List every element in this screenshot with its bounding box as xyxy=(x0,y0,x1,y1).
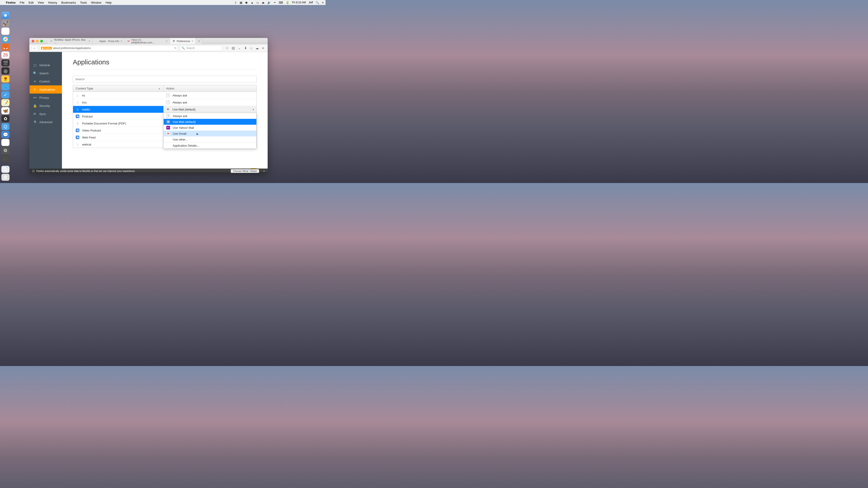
dropdown-option-mail[interactable]: ✉Use Mail (default) xyxy=(164,119,256,125)
column-action[interactable]: Action xyxy=(163,85,256,92)
close-tab-icon[interactable]: × xyxy=(166,39,167,43)
table-row[interactable]: ▯irc ?Always ask xyxy=(73,92,256,99)
dock-things[interactable]: ✓ xyxy=(1,91,9,98)
wifi-icon[interactable]: ⚭ xyxy=(274,1,276,4)
menu-tools[interactable]: Tools xyxy=(80,1,87,4)
sidebar-item-applications[interactable]: ⇪Applications xyxy=(29,86,62,94)
battery-icon[interactable]: 🔋 xyxy=(286,1,289,4)
display-icon[interactable]: ▭ xyxy=(256,1,259,4)
tab-inbox[interactable]: MInbox (1) - jeff@9to5mac.com...× xyxy=(125,38,170,44)
back-button[interactable]: ← xyxy=(31,45,38,51)
dropdown-option-always-ask[interactable]: ?Always ask xyxy=(164,113,256,119)
dock-trash[interactable]: 🗑 xyxy=(1,174,9,181)
app-name[interactable]: Firefox xyxy=(6,1,16,4)
sidebar-item-security[interactable]: 🔒Security xyxy=(29,102,62,110)
window-close-button[interactable] xyxy=(32,40,34,42)
menu-view[interactable]: View xyxy=(38,1,44,4)
tab-9to5mac[interactable]: ⊙9to5Mac: Apple iPhone, Mac ...× xyxy=(48,38,93,44)
dock-tweetbot[interactable]: 🐦 xyxy=(1,84,9,90)
window-maximize-button[interactable] xyxy=(40,40,43,42)
dropdown-option-details[interactable]: Application Details... xyxy=(164,142,256,149)
user-name[interactable]: Jeff xyxy=(309,1,313,4)
dropbox-icon[interactable]: ⇪ xyxy=(235,1,237,4)
dock-iphoto[interactable]: 🌻 xyxy=(1,75,9,83)
clock[interactable]: Fri 9:10 AM xyxy=(292,1,306,4)
general-icon: ▢ xyxy=(33,63,37,67)
dock-settings[interactable]: ⚙ xyxy=(1,147,9,154)
close-infobar-icon[interactable]: × xyxy=(263,169,265,173)
dropdown-option-other[interactable]: Use other... xyxy=(164,136,256,142)
close-tab-icon[interactable]: × xyxy=(121,39,122,43)
airplay-icon[interactable]: ▲ xyxy=(251,1,254,4)
dock-firefox[interactable]: 🦊 xyxy=(1,43,9,51)
choose-share-button[interactable]: Choose What I Share xyxy=(231,169,259,173)
action-label: Always ask xyxy=(173,94,187,97)
dock-itunes[interactable]: ♫ xyxy=(1,139,9,146)
dock-butterfly[interactable]: 🦋 xyxy=(1,107,9,114)
dock-quicktime[interactable]: 🎥 xyxy=(1,155,9,162)
window-minimize-button[interactable] xyxy=(36,40,39,42)
dock-messages[interactable]: 💬 xyxy=(1,131,9,138)
content-type-label: ircs xyxy=(82,101,87,104)
menu-edit[interactable]: Edit xyxy=(29,1,33,4)
volume-icon[interactable]: 🔊 xyxy=(267,1,271,4)
reload-icon[interactable]: ↻ xyxy=(174,46,177,50)
menu-icon[interactable]: ≡ xyxy=(262,46,264,50)
eject-icon[interactable]: ⏏ xyxy=(262,1,265,4)
dock-notes[interactable]: 📝 xyxy=(1,99,9,106)
dock-safari[interactable]: 🧭 xyxy=(1,36,9,43)
tab-apple[interactable]: Apple - Press Info× xyxy=(93,38,125,44)
new-tab-button[interactable]: + xyxy=(196,38,203,44)
chat-icon[interactable]: ☁ xyxy=(255,46,259,50)
spotlight-icon[interactable]: 🔍 xyxy=(315,1,319,4)
table-row-selected[interactable]: ▯mailto ✉ Use Mail (default) ▾ ?Always a… xyxy=(73,106,256,113)
dock-photos[interactable]: ✿ xyxy=(1,115,9,122)
menu-help[interactable]: Help xyxy=(105,1,112,4)
menubar-icon[interactable]: ▦ xyxy=(240,1,242,4)
option-label: Always ask xyxy=(173,114,187,118)
dock-launchpad[interactable]: 🚀 xyxy=(1,20,9,27)
tab-preferences[interactable]: ⚙Preferences× xyxy=(170,38,196,44)
url-bar[interactable]: ◉ Firefox about:preferences#applications… xyxy=(39,45,178,51)
sidebar-item-advanced[interactable]: ⚗Advanced xyxy=(29,118,62,126)
table-row[interactable]: ▯ircs ?Always ask xyxy=(73,99,256,106)
file-icon: ▯ xyxy=(76,142,79,146)
column-content-type[interactable]: Content Type▲ xyxy=(73,85,163,92)
search-bar[interactable]: 🔍 Search xyxy=(180,45,222,51)
close-tab-icon[interactable]: × xyxy=(191,39,193,43)
option-label: Use other... xyxy=(173,138,188,141)
reader-icon[interactable]: ▤ xyxy=(232,46,235,50)
sidebar-item-search[interactable]: 🔍Search xyxy=(29,69,62,77)
dock-finalcut[interactable]: 🎬 xyxy=(1,59,9,66)
close-tab-icon[interactable]: × xyxy=(88,39,90,43)
bookmark-star-icon[interactable]: ☆ xyxy=(225,46,228,50)
dropdown-option-gmail[interactable]: MUse Gmail➤ xyxy=(164,131,256,136)
dock-app[interactable]: Q xyxy=(1,123,9,130)
text-input-icon[interactable]: ⌨ xyxy=(279,1,283,4)
home-icon[interactable]: ⌂ xyxy=(250,46,252,50)
menu-file[interactable]: File xyxy=(20,1,24,4)
record-icon[interactable]: ⏺ xyxy=(245,1,248,4)
applications-filter-input[interactable] xyxy=(73,76,257,83)
sidebar-item-sync[interactable]: ⟳Sync xyxy=(29,110,62,118)
pocket-icon[interactable]: ⌄ xyxy=(238,46,241,50)
dock-finder[interactable]: ☻ xyxy=(1,12,9,19)
info-icon: ⓘ xyxy=(32,169,35,173)
menu-window[interactable]: Window xyxy=(91,1,101,4)
sidebar-item-privacy[interactable]: 👓Privacy xyxy=(29,94,62,102)
notification-center-icon[interactable]: ≡ xyxy=(322,1,324,4)
sidebar-item-general[interactable]: ▢General xyxy=(29,61,62,69)
sidebar-item-content[interactable]: ≡Content xyxy=(29,77,62,86)
content-type-label: irc xyxy=(82,94,85,97)
dock-compressor[interactable]: ◎ xyxy=(1,67,9,74)
menu-bookmarks[interactable]: Bookmarks xyxy=(61,1,76,4)
dock-chrome[interactable]: ◉ xyxy=(1,28,9,35)
dropdown-option-yahoo[interactable]: Y!Use Yahoo! Mail xyxy=(164,125,256,131)
action-dropdown[interactable]: ✉ Use Mail (default) ▾ ?Always ask ✉Use … xyxy=(163,106,256,113)
dock-calendar[interactable]: 26 xyxy=(1,52,9,59)
ask-icon: ? xyxy=(166,114,170,118)
search-icon: 🔍 xyxy=(182,46,185,50)
dock-downloads[interactable]: 📄 xyxy=(1,166,9,173)
downloads-icon[interactable]: ⬇ xyxy=(244,46,247,50)
menu-history[interactable]: History xyxy=(48,1,57,4)
